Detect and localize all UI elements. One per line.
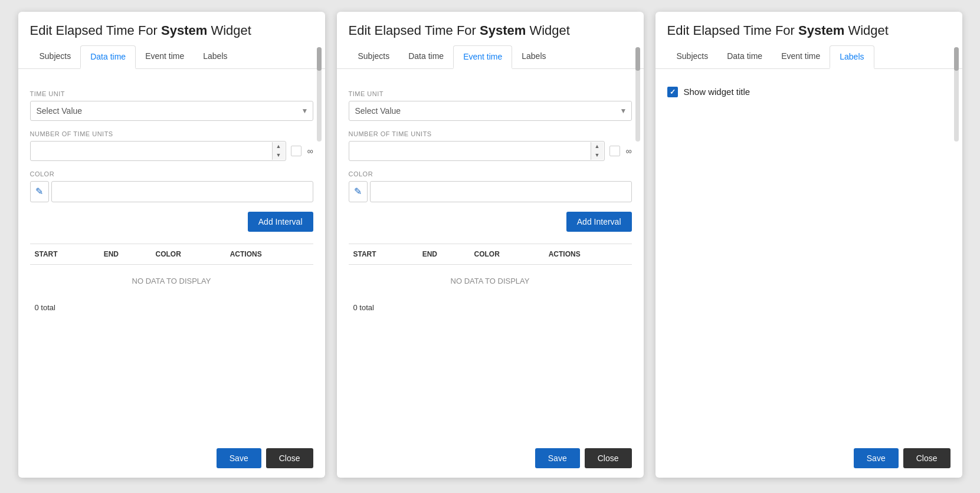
number-input[interactable] <box>30 141 286 161</box>
show-widget-title-checkbox[interactable] <box>667 87 678 97</box>
color-input[interactable] <box>370 181 632 202</box>
number-input[interactable] <box>349 141 605 161</box>
save-button[interactable]: Save <box>535 448 580 468</box>
scroll-thumb <box>954 47 959 71</box>
number-input-wrapper: ▲ ▼ <box>30 141 286 161</box>
color-row: ✎ <box>349 181 632 202</box>
scroll-indicator <box>635 47 640 142</box>
tab-bar: Subjects Data time Event time Labels <box>655 45 962 69</box>
save-button[interactable]: Save <box>217 448 261 468</box>
number-row: ▲ ▼ ∞ <box>30 141 313 161</box>
add-interval-row: Add Interval <box>30 212 313 232</box>
color-row: ✎ <box>30 181 313 202</box>
dialog-content: TIME UNIT Select Value ▼ NUMBER OF TIME … <box>337 69 644 439</box>
color-picker-btn[interactable]: ✎ <box>30 181 49 202</box>
labels-content: Show widget title <box>655 69 962 109</box>
scroll-thumb <box>635 47 640 71</box>
dialog-title: Edit Elapsed Time For System Widget <box>349 22 632 40</box>
dialog-footer: Save Close <box>18 439 325 478</box>
tab-bar: Subjects Data time Event time Labels <box>18 45 325 69</box>
col-actions: ACTIONS <box>544 244 632 264</box>
tab-data-time[interactable]: Data time <box>80 45 136 69</box>
infinity-checkbox[interactable] <box>609 146 620 156</box>
infinity-symbol: ∞ <box>626 146 632 156</box>
total-row: 0 total <box>349 297 632 318</box>
add-interval-button[interactable]: Add Interval <box>566 212 632 232</box>
col-color: COLOR <box>470 244 544 264</box>
no-data-row: NO DATA TO DISPLAY <box>349 264 632 297</box>
tab-event-time[interactable]: Event time <box>772 45 830 69</box>
interval-table: START END COLOR ACTIONS NO DATA TO DISPL… <box>30 244 313 297</box>
col-start: START <box>30 244 99 264</box>
interval-table: START END COLOR ACTIONS NO DATA TO DISPL… <box>349 244 632 297</box>
show-widget-title-row: Show widget title <box>667 87 950 97</box>
spinner-down[interactable]: ▼ <box>591 151 604 160</box>
close-button[interactable]: Close <box>266 448 313 468</box>
no-data-text: NO DATA TO DISPLAY <box>30 264 313 297</box>
spinner-up[interactable]: ▲ <box>591 142 604 151</box>
tab-subjects[interactable]: Subjects <box>30 45 81 69</box>
dialog-data-time: Edit Elapsed Time For System Widget Subj… <box>18 12 325 478</box>
dialog-footer: Save Close <box>655 439 962 478</box>
number-spinners: ▲ ▼ <box>591 142 604 160</box>
tab-subjects[interactable]: Subjects <box>667 45 718 69</box>
tab-labels[interactable]: Labels <box>830 45 874 69</box>
add-interval-button[interactable]: Add Interval <box>248 212 313 232</box>
col-end: END <box>99 244 151 264</box>
interval-table-container: START END COLOR ACTIONS NO DATA TO DISPL… <box>349 244 632 318</box>
dialog-header: Edit Elapsed Time For System Widget <box>18 12 325 45</box>
dialog-title: Edit Elapsed Time For System Widget <box>667 22 950 40</box>
scroll-indicator <box>317 47 322 142</box>
color-label: COLOR <box>349 170 632 178</box>
spinner-up[interactable]: ▲ <box>273 142 285 151</box>
num-units-label: NUMBER OF TIME UNITS <box>30 130 313 137</box>
number-row: ▲ ▼ ∞ <box>349 141 632 161</box>
interval-table-container: START END COLOR ACTIONS NO DATA TO DISPL… <box>30 244 313 318</box>
infinity-checkbox[interactable] <box>291 146 301 156</box>
dialog-header: Edit Elapsed Time For System Widget <box>655 12 962 45</box>
col-start: START <box>349 244 418 264</box>
dialog-footer: Save Close <box>337 439 644 478</box>
dialog-labels: Edit Elapsed Time For System Widget Subj… <box>655 12 962 478</box>
col-actions: ACTIONS <box>225 244 313 264</box>
color-picker-btn[interactable]: ✎ <box>349 181 368 202</box>
time-unit-select[interactable]: Select Value <box>349 101 632 121</box>
tab-event-time[interactable]: Event time <box>136 45 194 69</box>
tab-labels[interactable]: Labels <box>512 45 555 69</box>
dialog-title: Edit Elapsed Time For System Widget <box>30 22 313 40</box>
num-units-label: NUMBER OF TIME UNITS <box>349 130 632 137</box>
tab-data-time[interactable]: Data time <box>399 45 453 69</box>
scroll-thumb <box>317 47 322 71</box>
number-spinners: ▲ ▼ <box>272 142 285 160</box>
add-interval-row: Add Interval <box>349 212 632 232</box>
show-widget-title-label: Show widget title <box>684 87 750 97</box>
close-button[interactable]: Close <box>903 448 950 468</box>
time-unit-select[interactable]: Select Value <box>30 101 313 121</box>
col-end: END <box>418 244 470 264</box>
number-input-wrapper: ▲ ▼ <box>349 141 605 161</box>
spinner-down[interactable]: ▼ <box>273 151 285 160</box>
total-row: 0 total <box>30 297 313 318</box>
dialog-header: Edit Elapsed Time For System Widget <box>337 12 644 45</box>
dialog-event-time: Edit Elapsed Time For System Widget Subj… <box>337 12 644 478</box>
no-data-text: NO DATA TO DISPLAY <box>349 264 632 297</box>
tab-subjects[interactable]: Subjects <box>349 45 399 69</box>
color-label: COLOR <box>30 170 313 178</box>
pen-icon: ✎ <box>354 186 362 197</box>
save-button[interactable]: Save <box>854 448 899 468</box>
tab-data-time[interactable]: Data time <box>717 45 772 69</box>
time-unit-select-wrapper: Select Value ▼ <box>30 101 313 121</box>
close-button[interactable]: Close <box>585 448 632 468</box>
tab-bar: Subjects Data time Event time Labels <box>337 45 644 69</box>
tab-event-time[interactable]: Event time <box>453 45 512 69</box>
infinity-symbol: ∞ <box>307 146 313 156</box>
dialog-content: TIME UNIT Select Value ▼ NUMBER OF TIME … <box>18 69 325 439</box>
color-input[interactable] <box>51 181 313 202</box>
pen-icon: ✎ <box>35 186 43 197</box>
time-unit-label: TIME UNIT <box>349 90 632 97</box>
time-unit-select-wrapper: Select Value ▼ <box>349 101 632 121</box>
time-unit-label: TIME UNIT <box>30 90 313 97</box>
scroll-indicator <box>954 47 959 142</box>
tab-labels[interactable]: Labels <box>194 45 237 69</box>
no-data-row: NO DATA TO DISPLAY <box>30 264 313 297</box>
